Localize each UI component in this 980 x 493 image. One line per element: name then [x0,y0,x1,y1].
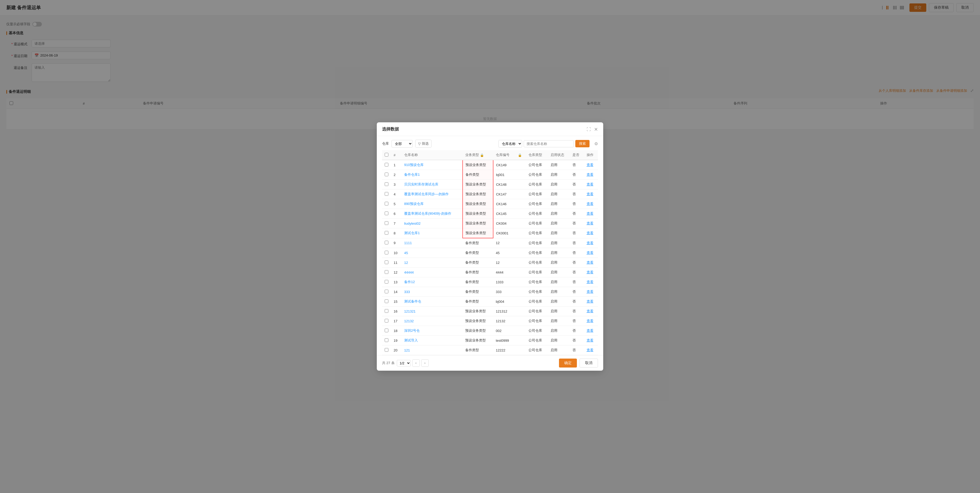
row-checkbox[interactable] [385,182,388,186]
settings-icon[interactable]: ⚙ [594,141,598,146]
table-row[interactable]: 6覆盖率测试仓库(90409)-勿操作预设业务类型CK145公司仓库启用否查看 [382,209,598,219]
row-name-link[interactable]: 测试备件仓 [404,300,421,303]
row-view-link[interactable]: 查看 [587,270,593,274]
row-checkbox[interactable] [385,211,388,215]
table-row[interactable]: 7liudytest02预设业务类型CK004公司仓库启用否查看 [382,219,598,228]
row-name[interactable]: 测试备件仓 [401,297,463,306]
row-checkbox[interactable] [385,290,388,293]
row-name-link[interactable]: 45 [404,251,408,255]
row-view-link[interactable]: 查看 [587,192,593,196]
row-view-link[interactable]: 查看 [587,328,593,333]
row-checkbox[interactable] [385,221,388,225]
row-view-link[interactable]: 查看 [587,260,593,265]
row-name-link[interactable]: 备件12 [404,280,415,284]
row-name-link[interactable]: 44444 [404,270,414,274]
row-name[interactable]: 1111 [401,238,463,248]
row-view-link[interactable]: 查看 [587,182,593,186]
row-name-link[interactable]: 121321 [404,309,415,313]
table-row[interactable]: 5890预设仓库预设业务类型CK146公司仓库启用否查看 [382,199,598,209]
row-name-link[interactable]: 测试仓库1 [404,231,420,235]
row-checkbox[interactable] [385,300,388,303]
row-checkbox[interactable] [385,163,388,166]
table-row[interactable]: 1910预设仓库预设业务类型CK149公司仓库启用否查看 [382,160,598,170]
row-name[interactable]: 12132 [401,316,463,326]
search-input[interactable] [524,140,574,147]
row-name-link[interactable]: 测试导入 [404,338,418,342]
table-row[interactable]: 3贝贝实时库存测试仓库预设业务类型CK148公司仓库启用否查看 [382,180,598,189]
all-select-wrap[interactable]: 全部 [391,140,413,147]
row-name-link[interactable]: 333 [404,290,410,294]
row-checkbox[interactable] [385,231,388,235]
table-row[interactable]: 2备件仓库1备件类型bj001公司仓库启用否查看 [382,170,598,180]
table-row[interactable]: 91111备件类型12公司仓库启用否查看 [382,238,598,248]
row-view-link[interactable]: 查看 [587,280,593,284]
modal-expand-icon[interactable]: ⛶ [587,127,591,132]
prev-page-button[interactable]: ‹ [412,359,420,367]
row-view-link[interactable]: 查看 [587,163,593,167]
row-checkbox[interactable] [385,173,388,176]
table-row[interactable]: 20121备件类型12222公司仓库启用否查看 [382,346,598,355]
table-row[interactable]: 19测试导入预设业务类型test0999公司仓库启用否查看 [382,336,598,346]
table-row[interactable]: 15测试备件仓备件类型bj004公司仓库启用否查看 [382,297,598,306]
table-row[interactable]: 1712132预设业务类型12132公司仓库启用否查看 [382,316,598,326]
table-row[interactable]: 1112备件类型12公司仓库启用否查看 [382,258,598,268]
row-name[interactable]: 测试导入 [401,336,463,346]
row-view-link[interactable]: 查看 [587,173,593,176]
row-name-link[interactable]: 深圳2号仓 [404,328,420,333]
row-view-link[interactable]: 查看 [587,221,593,225]
field-select[interactable]: 仓库名称 仓库编号 仓库类型 [498,140,522,147]
row-checkbox[interactable] [385,251,388,254]
row-name[interactable]: 备件仓库1 [401,170,463,180]
row-view-link[interactable]: 查看 [587,241,593,245]
table-row[interactable]: 8测试仓库1预设业务类型CK0001公司仓库启用否查看 [382,228,598,238]
row-name-link[interactable]: 1111 [404,241,412,245]
page-select[interactable]: 1/2 2/2 [397,360,411,366]
row-checkbox[interactable] [385,348,388,352]
row-name-link[interactable]: 121 [404,348,410,352]
row-name[interactable]: 贝贝实时库存测试仓库 [401,180,463,189]
row-name-link[interactable]: 备件仓库1 [404,173,420,176]
row-checkbox[interactable] [385,192,388,196]
all-dropdown[interactable]: 全部 [391,140,413,147]
row-name-link[interactable]: 12132 [404,319,414,323]
row-name-link[interactable]: 910预设仓库 [404,163,424,167]
row-checkbox[interactable] [385,309,388,313]
row-name[interactable]: 333 [401,287,463,297]
row-view-link[interactable]: 查看 [587,290,593,293]
row-name-link[interactable]: 贝贝实时库存测试仓库 [404,182,438,186]
row-name[interactable]: 覆盖率测试仓库(90409)-勿操作 [401,209,463,219]
row-view-link[interactable]: 查看 [587,300,593,303]
row-view-link[interactable]: 查看 [587,348,593,352]
row-view-link[interactable]: 查看 [587,309,593,313]
confirm-button[interactable]: 确定 [559,358,577,368]
row-view-link[interactable]: 查看 [587,338,593,342]
row-name[interactable]: 深圳2号仓 [401,326,463,336]
row-checkbox[interactable] [385,319,388,323]
row-name-link[interactable]: 覆盖率测试仓库(90409)-勿操作 [404,211,451,216]
row-name[interactable]: liudytest02 [401,219,463,228]
search-button[interactable]: 搜索 [575,140,590,147]
row-name-link[interactable]: 890预设仓库 [404,202,424,206]
modal-table-wrap[interactable]: # 仓库名称 业务类型 🔒 仓库编号 🔒 仓库类型 启用状态 是否 [377,150,603,355]
row-name[interactable]: 12 [401,258,463,268]
row-checkbox[interactable] [385,241,388,244]
row-checkbox[interactable] [385,328,388,332]
row-view-link[interactable]: 查看 [587,251,593,255]
modal-cancel-button[interactable]: 取消 [579,358,598,368]
table-row[interactable]: 18深圳2号仓预设业务类型002公司仓库启用否查看 [382,326,598,336]
row-view-link[interactable]: 查看 [587,202,593,206]
table-row[interactable]: 16121321预设业务类型121312公司仓库启用否查看 [382,306,598,316]
row-checkbox[interactable] [385,338,388,342]
table-row[interactable]: 13备件12备件类型1333公司仓库启用否查看 [382,277,598,287]
row-name-link[interactable]: 覆盖率测试仓库同步—勿操作 [404,192,449,196]
row-checkbox[interactable] [385,260,388,264]
row-name-link[interactable]: liudytest02 [404,222,420,225]
row-name[interactable]: 121321 [401,306,463,316]
warehouse-tab[interactable]: 仓库 [382,141,389,146]
row-name[interactable]: 测试仓库1 [401,228,463,238]
table-row[interactable]: 1244444备件类型4444公司仓库启用否查看 [382,268,598,277]
next-page-button[interactable]: › [421,359,429,367]
row-name[interactable]: 890预设仓库 [401,199,463,209]
row-view-link[interactable]: 查看 [587,319,593,323]
modal-close-icon[interactable]: ✕ [594,127,598,132]
